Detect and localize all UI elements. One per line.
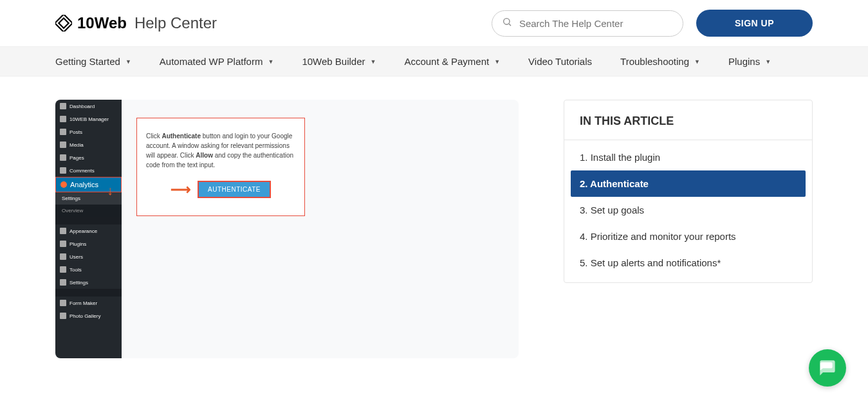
wp-item-settings: Settings bbox=[55, 276, 122, 289]
wp-item-comments: Comments bbox=[55, 164, 122, 177]
arrow-right-icon: ⟶ bbox=[171, 179, 191, 200]
dashboard-icon bbox=[60, 103, 66, 109]
nav-plugins[interactable]: Plugins▼ bbox=[728, 47, 771, 76]
chat-button[interactable] bbox=[809, 349, 846, 381]
comment-icon bbox=[60, 167, 66, 174]
nav-automated-wp[interactable]: Automated WP Platform▼ bbox=[160, 47, 274, 76]
wp-item-media: Media bbox=[55, 138, 122, 151]
toc-item-alerts[interactable]: 5. Set up alerts and notifications* bbox=[571, 250, 806, 276]
wp-item-plugins: Plugins bbox=[55, 237, 122, 250]
article-content: Dashboard 10WEB Manager Posts Media Page… bbox=[55, 100, 519, 358]
chevron-down-icon: ▼ bbox=[371, 59, 376, 65]
gallery-icon bbox=[60, 313, 66, 319]
logo-icon bbox=[55, 15, 72, 32]
chevron-down-icon: ▼ bbox=[765, 59, 771, 65]
wp-item-10web-manager: 10WEB Manager bbox=[55, 113, 122, 125]
wp-item-overview-sub: Overview bbox=[55, 205, 122, 217]
settings-icon bbox=[60, 279, 66, 286]
plugin-icon bbox=[60, 241, 66, 247]
chevron-down-icon: ▼ bbox=[694, 59, 700, 65]
toc-item-reports[interactable]: 4. Prioritize and monitor your reports bbox=[571, 223, 806, 250]
instruction-text: Click Authenticate button and login to y… bbox=[146, 131, 295, 170]
tools-icon bbox=[60, 266, 66, 273]
media-icon bbox=[60, 142, 66, 148]
nav-bar: Getting Started▼ Automated WP Platform▼ … bbox=[0, 46, 868, 77]
appearance-icon bbox=[60, 228, 66, 234]
chevron-down-icon: ▼ bbox=[125, 59, 131, 65]
wp-item-dashboard: Dashboard bbox=[55, 100, 122, 113]
form-icon bbox=[60, 300, 66, 306]
logo-sub-text: Help Center bbox=[134, 14, 217, 32]
tenweb-icon bbox=[60, 116, 66, 122]
chat-icon bbox=[818, 359, 836, 377]
users-icon bbox=[60, 253, 66, 260]
search-icon bbox=[502, 17, 512, 30]
svg-rect-1 bbox=[59, 18, 68, 28]
pin-icon bbox=[60, 129, 66, 135]
toc-item-goals[interactable]: 3. Set up goals bbox=[571, 197, 806, 223]
instruction-box: Click Authenticate button and login to y… bbox=[136, 118, 305, 216]
authenticate-button: AUTHENTICATE bbox=[198, 181, 271, 198]
wp-item-photo-gallery: Photo Gallery bbox=[55, 309, 122, 322]
page-icon bbox=[60, 154, 66, 161]
logo-main-text: 10Web bbox=[77, 14, 127, 32]
header-right: SIGN UP bbox=[492, 10, 813, 37]
wp-item-pages: Pages bbox=[55, 151, 122, 164]
chevron-down-icon: ▼ bbox=[268, 59, 273, 65]
header: 10Web Help Center SIGN UP bbox=[0, 0, 868, 46]
wp-admin-sidebar: Dashboard 10WEB Manager Posts Media Page… bbox=[55, 100, 122, 358]
search-box bbox=[492, 10, 683, 37]
nav-troubleshooting[interactable]: Troubleshooting▼ bbox=[620, 47, 700, 76]
arrow-down-icon: ↓ bbox=[107, 183, 113, 198]
wp-item-form-maker: Form Maker bbox=[55, 297, 122, 309]
wp-item-users: Users bbox=[55, 250, 122, 263]
toc-sidebar: IN THIS ARTICLE 1. Install the plugin 2.… bbox=[564, 100, 813, 283]
logo[interactable]: 10Web Help Center bbox=[55, 14, 217, 32]
chevron-down-icon: ▼ bbox=[494, 59, 500, 65]
nav-getting-started[interactable]: Getting Started▼ bbox=[55, 47, 131, 76]
signup-button[interactable]: SIGN UP bbox=[696, 10, 813, 37]
toc-item-authenticate[interactable]: 2. Authenticate bbox=[571, 170, 806, 197]
nav-10web-builder[interactable]: 10Web Builder▼ bbox=[302, 47, 376, 76]
toc-item-install[interactable]: 1. Install the plugin bbox=[571, 144, 806, 170]
svg-point-2 bbox=[504, 19, 510, 24]
nav-account-payment[interactable]: Account & Payment▼ bbox=[404, 47, 500, 76]
main-content: Dashboard 10WEB Manager Posts Media Page… bbox=[0, 77, 868, 381]
wp-item-appearance: Appearance bbox=[55, 224, 122, 237]
search-input[interactable] bbox=[492, 10, 683, 37]
wp-item-tools: Tools bbox=[55, 263, 122, 276]
screenshot-card: Dashboard 10WEB Manager Posts Media Page… bbox=[55, 100, 519, 358]
wp-item-posts: Posts bbox=[55, 125, 122, 138]
svg-line-3 bbox=[509, 24, 511, 26]
nav-video-tutorials[interactable]: Video Tutorials bbox=[528, 47, 592, 76]
toc-title: IN THIS ARTICLE bbox=[564, 100, 812, 140]
analytics-icon bbox=[60, 181, 67, 188]
